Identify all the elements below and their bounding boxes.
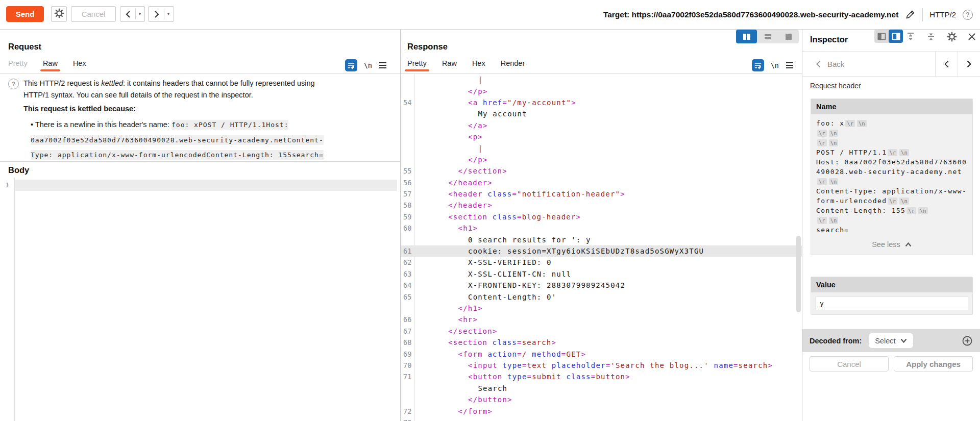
history-back-button[interactable]: ▾	[120, 6, 145, 22]
next-item-button[interactable]	[958, 52, 980, 76]
code-line[interactable]: 60<h1>	[401, 222, 802, 234]
request-tab-pretty[interactable]: Pretty	[8, 59, 28, 71]
code-line[interactable]: 61cookie: session=XTgy6ioKSiSEbUDzT8sad5…	[401, 245, 802, 257]
request-tab-raw[interactable]: Raw	[43, 59, 58, 71]
code-line[interactable]: 66<hr>	[401, 314, 802, 325]
word-wrap-icon[interactable]	[752, 59, 764, 71]
response-scrollbar[interactable]	[796, 118, 801, 421]
request-title: Request	[8, 42, 41, 52]
code-line[interactable]: My account	[401, 108, 802, 119]
inspector-name-content[interactable]: foo: x\r\n\r\n\r\nPOST / HTTP/1.1\r\nHos…	[811, 114, 972, 236]
decoded-from-label: Decoded from:	[810, 337, 862, 345]
add-decoding-icon[interactable]	[962, 335, 973, 346]
layout-single-icon[interactable]	[778, 30, 799, 43]
header-name-line: foo: x\r\n	[816, 118, 967, 128]
code-line[interactable]: 63X-SSL-CLIENT-CN: null	[401, 268, 802, 280]
response-inspector-divider[interactable]	[802, 30, 802, 421]
history-forward-button[interactable]: ▾	[148, 6, 174, 22]
apply-changes-button[interactable]: Apply changes	[894, 356, 973, 372]
code-line[interactable]: 58</header>	[401, 200, 802, 211]
layout-columns-icon[interactable]	[736, 30, 757, 43]
response-tab-raw[interactable]: Raw	[442, 59, 457, 71]
line-number: 55	[401, 167, 414, 175]
line-number: 70	[401, 361, 414, 369]
code-line[interactable]: 67</section>	[401, 326, 802, 337]
code-line[interactable]: 57<header class="notification-header">	[401, 188, 802, 200]
code-line[interactable]: 62X-SSL-VERIFIED: 0	[401, 257, 802, 268]
header-value-input[interactable]	[815, 296, 968, 310]
inspector-cancel-button[interactable]: Cancel	[810, 356, 889, 372]
collapse-all-icon[interactable]	[926, 32, 936, 42]
caret-down-icon[interactable]: ▾	[136, 7, 144, 21]
code-line[interactable]: 72</form>	[401, 405, 802, 416]
code-line[interactable]: 71<button type=submit class=button>	[401, 371, 802, 382]
send-settings-button[interactable]	[51, 6, 67, 22]
caret-down-icon[interactable]: ▾	[164, 7, 173, 21]
value-box-header: Value	[811, 277, 972, 292]
code-line[interactable]: </button>	[401, 394, 802, 405]
inspector-back-bar: Back	[802, 51, 980, 77]
code-line[interactable]: </p>	[401, 154, 802, 165]
code-line[interactable]: 64X-FRONTEND-KEY: 2883079989245042	[401, 280, 802, 291]
close-icon[interactable]	[968, 33, 976, 41]
show-nonprintable-icon[interactable]: \n	[364, 61, 372, 69]
inspector-header-icons	[905, 31, 976, 43]
header-name-line: POST / HTTP/1.1\r\n	[816, 147, 967, 157]
dock-right-icon[interactable]	[889, 30, 903, 43]
code-line[interactable]: Search	[401, 383, 802, 394]
help-icon[interactable]: ?	[963, 10, 973, 20]
decoded-from-select[interactable]: Select	[869, 333, 913, 348]
select-label: Select	[875, 337, 895, 345]
code-line[interactable]: |	[401, 142, 802, 154]
line-number: 57	[401, 190, 414, 198]
code-line[interactable]: 55</section>	[401, 165, 802, 177]
hamburger-menu-icon[interactable]	[379, 62, 387, 69]
response-tab-hex[interactable]: Hex	[472, 59, 485, 71]
inspector-dock-toggle	[874, 30, 903, 43]
code-line[interactable]: 59<section class=blog-header>	[401, 211, 802, 222]
chevron-left-icon	[816, 60, 821, 68]
scrollbar-thumb[interactable]	[796, 236, 801, 312]
response-tab-render[interactable]: Render	[501, 59, 525, 71]
request-tab-hex[interactable]: Hex	[73, 59, 86, 71]
see-less-button[interactable]: See less	[811, 236, 972, 255]
code-line[interactable]: </p>	[401, 85, 802, 96]
back-button[interactable]: Back	[802, 52, 935, 76]
code-line[interactable]: 65Content-Length: 0'	[401, 291, 802, 302]
line-number: 59	[401, 213, 414, 221]
line-number: 72	[401, 407, 414, 415]
code-line[interactable]: 54<a href="/my-account">	[401, 97, 802, 108]
hamburger-menu-icon[interactable]	[786, 62, 794, 69]
code-line[interactable]: <p>	[401, 131, 802, 142]
body-line-input[interactable]	[15, 180, 397, 191]
code-line[interactable]: </h1>	[401, 303, 802, 314]
decoded-from-bar: Decoded from: Select	[802, 329, 980, 352]
dock-left-icon[interactable]	[874, 30, 889, 43]
code-line[interactable]: 69<form action=/ method=GET>	[401, 348, 802, 359]
expand-all-icon[interactable]	[905, 32, 916, 42]
cancel-button[interactable]: Cancel	[71, 6, 116, 22]
control-char-chip: \r	[817, 178, 827, 185]
code-line[interactable]: 68<section class=search>	[401, 337, 802, 348]
control-char-chip: \r	[817, 217, 827, 224]
response-code-editor[interactable]: |</p>54<a href="/my-account">My account<…	[401, 74, 802, 421]
request-response-divider[interactable]	[400, 30, 401, 421]
send-button[interactable]: Send	[6, 6, 44, 22]
code-line[interactable]: 70<input type=text placeholder='Search t…	[401, 360, 802, 371]
code-line[interactable]: 0 search results for ': y	[401, 234, 802, 245]
layout-rows-icon[interactable]	[757, 30, 778, 43]
control-char-chip: \r	[817, 139, 827, 146]
word-wrap-icon[interactable]	[345, 59, 357, 71]
code-line[interactable]: 56</header>	[401, 177, 802, 188]
edit-target-pencil-icon[interactable]	[905, 9, 916, 20]
code-line[interactable]: |	[401, 74, 802, 85]
show-nonprintable-icon[interactable]: \n	[771, 61, 779, 69]
response-tab-pretty[interactable]: Pretty	[407, 59, 427, 71]
response-editor-icons: \n	[752, 59, 794, 71]
prev-item-button[interactable]	[935, 52, 958, 76]
gear-icon	[54, 8, 65, 20]
header-name-line: Content-Type: application/x-www-form-url…	[816, 186, 967, 206]
code-line[interactable]: </a>	[401, 120, 802, 131]
inspector-gear-icon[interactable]	[946, 31, 958, 42]
code-line[interactable]: 73	[401, 417, 802, 421]
